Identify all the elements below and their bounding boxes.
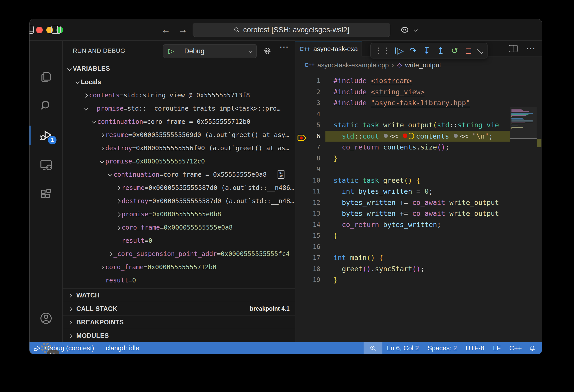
code-line[interactable]: 6 std::cout << contents << "\n"; [295, 131, 510, 142]
restart-button[interactable]: ↺ [449, 46, 460, 55]
code-line[interactable]: 5static task write_output(std::string_vi… [295, 119, 510, 131]
binary-view-icon[interactable]: 0110 [278, 170, 284, 179]
line-number[interactable]: 2 [295, 88, 334, 96]
variable-row[interactable]: _coro_suspension_point_addr = 0x00005555… [63, 247, 295, 260]
code-line[interactable]: 12 bytes_written += co_await write_outpu… [295, 197, 510, 208]
run-and-debug-icon[interactable]: 1 [30, 122, 63, 148]
line-number[interactable]: 9 [295, 165, 334, 173]
toolbar-drag-handle[interactable]: ⋮⋮ [375, 46, 391, 55]
variable-row[interactable]: result = 0 [63, 274, 295, 287]
variable-row[interactable]: result = 0 [63, 234, 295, 247]
split-editor-icon[interactable] [509, 45, 518, 52]
debug-settings-gear-icon[interactable] [263, 44, 272, 58]
line-number[interactable]: 18 [295, 265, 334, 273]
explorer-icon[interactable] [30, 64, 63, 90]
line-number[interactable]: 13 [295, 210, 334, 217]
step-out-button[interactable]: ↥ [435, 46, 446, 55]
variable-row[interactable]: resume = 0x00005555555587d0 (a.out`std::… [63, 181, 295, 194]
screencast-zoom-indicator[interactable] [364, 342, 382, 354]
remote-explorer-icon[interactable] [30, 152, 63, 178]
stop-button[interactable]: □ [463, 46, 474, 55]
forward-icon[interactable]: → [178, 24, 188, 35]
copilot-icon[interactable] [400, 25, 410, 35]
variable-row[interactable]: promise = 0x00005555555712c0 [63, 155, 295, 168]
code-line[interactable]: 17int main() { [295, 252, 510, 263]
code-area[interactable]: 1#include <iostream>2#include <string_vi… [295, 74, 542, 342]
code-line[interactable]: 10static task greet() { [295, 175, 510, 186]
line-number[interactable]: 12 [295, 199, 334, 206]
views-more-actions-icon[interactable]: ⋯ [279, 42, 289, 52]
line-number[interactable]: 10 [295, 177, 334, 184]
status-item[interactable]: C++ [505, 344, 526, 352]
extensions-icon[interactable] [30, 181, 63, 207]
line-number[interactable]: 15 [295, 232, 334, 239]
command-center-search[interactable]: corotest [SSH: avogelsges-wsl2] [193, 23, 390, 37]
variable-row[interactable]: coro_frame = 0x00005555555712b0 [63, 260, 295, 274]
step-over-button[interactable]: ↷ [407, 46, 419, 55]
status-item[interactable]: UTF-8 [461, 344, 489, 352]
line-number[interactable]: 1 [295, 77, 334, 84]
line-number[interactable]: 8 [295, 155, 334, 162]
variable-row[interactable]: continuation = coro frame = 0x55555555e0… [63, 168, 295, 181]
line-number[interactable]: 7 [295, 143, 334, 151]
variable-row[interactable]: promise = 0x000055555555e0b8 [63, 207, 295, 221]
inline-breakpoint-icon[interactable] [403, 133, 407, 138]
breakpoints-section-header[interactable]: BREAKPOINTS [63, 315, 295, 329]
variable-row[interactable]: resume = 0x00005555555569d0 (a.out`greet… [63, 128, 295, 141]
inline-instruction-pointer-icon[interactable] [409, 133, 414, 139]
settings-gear-icon[interactable]: LL [30, 335, 63, 354]
code-line[interactable]: 1#include <iostream> [295, 75, 510, 86]
breadcrumb-symbol[interactable]: write_output [405, 61, 441, 69]
code-line[interactable]: 7 co_return contents.size(); [295, 142, 510, 153]
code-line[interactable]: 11 int bytes_written = 0; [295, 186, 510, 197]
line-number[interactable]: 4 [295, 110, 334, 118]
editor-more-actions-icon[interactable]: ⋯ [526, 46, 535, 51]
notifications-bell-icon[interactable] [526, 345, 542, 352]
close-button[interactable] [36, 27, 43, 33]
code-line[interactable]: 8} [295, 153, 510, 164]
code-line[interactable]: 3#include "async-task-library.hpp" [295, 97, 510, 109]
line-number[interactable]: 14 [295, 221, 334, 228]
variable-row[interactable]: coro_frame = 0x000055555555e0a8 [63, 221, 295, 234]
status-item[interactable]: Ln 6, Col 2 [382, 344, 423, 352]
status-item[interactable]: Spaces: 2 [423, 344, 461, 352]
line-number[interactable]: 16 [295, 243, 334, 250]
line-number[interactable]: 19 [295, 276, 334, 283]
chevron-down-icon[interactable] [414, 28, 418, 32]
account-icon[interactable] [30, 305, 63, 331]
clangd-status[interactable]: clangd: idle [106, 344, 139, 352]
search-icon[interactable] [30, 93, 63, 119]
chevron-down-icon[interactable] [477, 47, 483, 54]
line-number[interactable]: 3 [295, 99, 334, 107]
start-debug-icon[interactable]: ▷ [163, 45, 179, 57]
code-line[interactable]: 9 [295, 164, 510, 175]
variable-row[interactable]: contents = std::string_view @ 0x55555557… [63, 88, 295, 102]
minimap[interactable] [510, 107, 537, 342]
code-line[interactable]: 4 [295, 109, 510, 120]
tab-async-task-example[interactable]: C++ async-task-exa [295, 41, 362, 56]
debug-configuration-select[interactable]: ▷ Debug [163, 44, 257, 58]
code-line[interactable]: 19} [295, 274, 510, 285]
inline-step-target-icon[interactable] [454, 134, 458, 138]
code-line[interactable]: 13 bytes_written += co_await write_outpu… [295, 208, 510, 219]
variable-row[interactable]: continuation = coro frame = 0x5555555712… [63, 115, 295, 128]
code-line[interactable]: 18 greet().syncStart(); [295, 263, 510, 275]
variable-row[interactable]: __promise = std::__coroutine_traits_impl… [63, 102, 295, 115]
inline-step-target-icon[interactable] [384, 134, 388, 138]
line-number[interactable]: 5 [295, 121, 334, 129]
back-icon[interactable]: ← [161, 24, 170, 35]
breadcrumbs[interactable]: C++ async-task-example.cpp › ◇ write_out… [295, 56, 542, 74]
variables-section-header[interactable]: VARIABLES [63, 62, 295, 75]
watch-section-header[interactable]: WATCH [63, 288, 295, 302]
code-line[interactable]: 14 co_return bytes_written; [295, 219, 510, 230]
line-number[interactable]: 6 [295, 132, 334, 140]
code-line[interactable]: 15} [295, 230, 510, 241]
call-stack-section-header[interactable]: CALL STACK breakpoint 4.1 [63, 302, 295, 315]
toggle-panel-icon[interactable] [29, 26, 34, 34]
code-line[interactable]: 2#include <string_view> [295, 86, 510, 98]
step-into-button[interactable]: ↧ [421, 46, 433, 55]
modules-section-header[interactable]: MODULES [63, 329, 295, 342]
line-number[interactable]: 11 [295, 188, 334, 195]
variable-row[interactable]: destroy = 0x0000555555556f90 (a.out`gree… [63, 141, 295, 155]
line-number[interactable]: 17 [295, 254, 334, 261]
